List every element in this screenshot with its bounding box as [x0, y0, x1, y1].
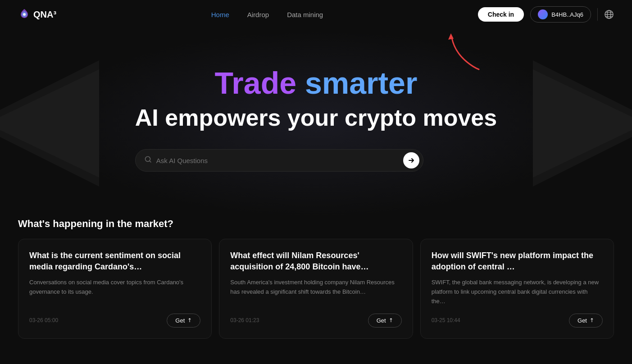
hero-content: Trade smarter AI empowers your crypto mo… — [135, 66, 497, 172]
svg-point-0 — [23, 13, 26, 16]
wallet-avatar — [538, 9, 548, 19]
nav-home[interactable]: Home — [211, 11, 229, 18]
card-3-title: How will SWIFT's new platform impact the… — [432, 250, 603, 273]
card-3-footer: 03-25 10:44 Get ↗ — [432, 314, 603, 328]
arrow-right-icon — [408, 157, 415, 164]
card-2-get-button[interactable]: Get ↗ — [368, 314, 402, 328]
logo-text: QNA³ — [33, 9, 56, 20]
card-3-body: SWIFT, the global bank messaging network… — [432, 278, 603, 306]
card-1-footer: 03-26 05:00 Get ↗ — [29, 314, 200, 328]
card-2-date: 03-26 01:23 — [230, 317, 259, 323]
wallet-button[interactable]: B4HB..AJq6 — [530, 6, 591, 23]
checkin-button[interactable]: Check in — [478, 7, 524, 22]
hero-title: Trade smarter — [135, 66, 497, 100]
hero-section: Trade smarter AI empowers your crypto mo… — [0, 29, 632, 218]
language-button[interactable] — [604, 9, 614, 19]
search-submit-button[interactable] — [403, 152, 419, 168]
nav-separator — [597, 8, 598, 21]
card-2-title: What effect will Nilam Resources' acquis… — [230, 250, 401, 273]
search-icon — [145, 156, 152, 165]
market-card-1: What is the current sentiment on social … — [18, 239, 212, 339]
hero-bg-left — [0, 60, 99, 187]
card-1-title: What is the current sentiment on social … — [29, 250, 200, 273]
card-3-date: 03-25 10:44 — [432, 317, 460, 323]
market-title: What's happening in the market? — [18, 218, 614, 230]
wallet-address: B4HB..AJq6 — [551, 11, 583, 18]
hero-subtitle: AI empowers your crypto moves — [135, 104, 497, 131]
nav-airdrop[interactable]: Airdrop — [247, 11, 269, 18]
hero-bg-right — [533, 60, 632, 187]
hero-title-smarter: smarter — [305, 66, 418, 100]
card-2-footer: 03-26 01:23 Get ↗ — [230, 314, 401, 328]
globe-icon — [604, 9, 614, 19]
card-2-body: South America's investment holding compa… — [230, 278, 401, 297]
card-1-body: Conversations on social media cover topi… — [29, 278, 200, 297]
card-3-get-button[interactable]: Get ↗ — [569, 314, 603, 328]
logo-icon — [18, 8, 31, 21]
nav-right: Check in B4HB..AJq6 — [478, 6, 614, 23]
card-1-date: 03-26 05:00 — [29, 317, 58, 323]
market-card-3: How will SWIFT's new platform impact the… — [420, 239, 614, 339]
nav-links: Home Airdrop Data mining — [211, 11, 323, 18]
hero-title-trade: Trade — [215, 66, 296, 100]
svg-marker-7 — [448, 33, 454, 40]
card-1-get-button[interactable]: Get ↗ — [167, 314, 200, 328]
get-arrow-icon-3: ↗ — [588, 317, 596, 324]
cards-grid: What is the current sentiment on social … — [18, 239, 614, 339]
navbar: QNA³ Home Airdrop Data mining Check in B… — [0, 0, 632, 29]
search-bar — [135, 149, 423, 172]
more-section: More ⌄ — [0, 357, 632, 364]
logo[interactable]: QNA³ — [18, 8, 56, 21]
nav-datamining[interactable]: Data mining — [287, 11, 323, 18]
market-card-2: What effect will Nilam Resources' acquis… — [219, 239, 413, 339]
search-input[interactable] — [156, 157, 403, 164]
get-arrow-icon-2: ↗ — [387, 317, 395, 324]
market-section: What's happening in the market? What is … — [0, 218, 632, 357]
get-arrow-icon: ↗ — [186, 317, 194, 324]
